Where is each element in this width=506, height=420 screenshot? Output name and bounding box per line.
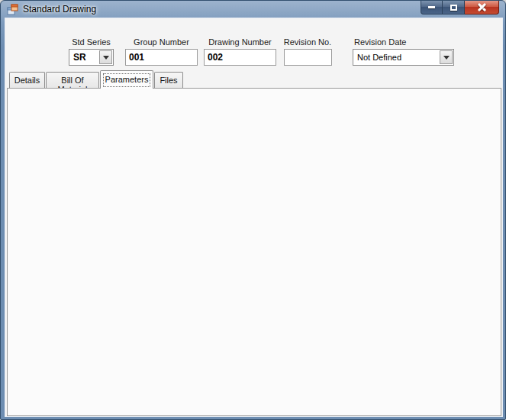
group-number-field[interactable]: 001 <box>125 49 198 66</box>
revision-date-dropdown-button[interactable] <box>440 50 453 64</box>
revision-date-combo[interactable]: Not Defined <box>353 49 454 66</box>
revision-no-field[interactable] <box>284 49 332 66</box>
std-series-label: Std Series <box>69 37 114 47</box>
std-series-dropdown-button[interactable] <box>99 50 112 64</box>
caption-buttons <box>421 1 499 15</box>
drawing-number-label: Drawing Number <box>204 37 276 47</box>
tab-focus-rect <box>103 73 150 87</box>
tab-files[interactable]: Files <box>154 72 183 88</box>
chevron-down-icon <box>443 56 450 60</box>
minimize-button[interactable] <box>421 1 443 15</box>
tab-details[interactable]: Details <box>9 72 45 88</box>
window-title: Standard Drawing <box>23 4 96 15</box>
revision-no-label: Revision No. <box>279 37 337 47</box>
chevron-down-icon <box>103 56 109 60</box>
app-icon <box>7 4 18 15</box>
revision-date-label: Revision Date <box>354 37 430 47</box>
tab-bill-of-material[interactable]: Bill Of Material <box>46 72 99 88</box>
dialog-client-area: Std Series SR Group Number 001 Drawing N… <box>5 18 503 417</box>
std-series-value: SR <box>73 52 86 63</box>
standard-drawing-window: Standard Drawing Std Series SR Group Num… <box>0 0 506 420</box>
maximize-icon <box>450 5 457 11</box>
title-bar[interactable]: Standard Drawing <box>1 1 505 18</box>
maximize-button[interactable] <box>443 1 465 15</box>
group-number-label: Group Number <box>125 37 198 47</box>
close-icon <box>478 3 486 11</box>
drawing-number-field[interactable]: 002 <box>204 49 276 66</box>
minimize-icon <box>428 6 435 8</box>
std-series-combo[interactable]: SR <box>69 49 114 66</box>
close-button[interactable] <box>465 1 499 15</box>
revision-date-value: Not Defined <box>357 53 401 62</box>
tab-parameters[interactable]: Parameters <box>100 70 153 89</box>
parameters-tab-page <box>7 88 501 416</box>
